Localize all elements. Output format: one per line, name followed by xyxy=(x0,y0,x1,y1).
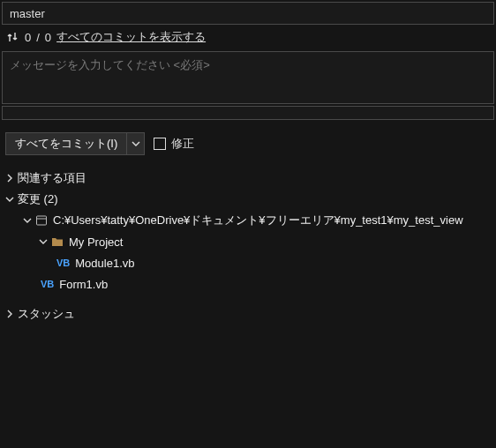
count-slash: / xyxy=(36,31,40,44)
outgoing-count: 0 xyxy=(25,31,31,44)
project-name: My Project xyxy=(69,235,123,249)
show-all-commits-link[interactable]: すべてのコミットを表示する xyxy=(56,29,206,45)
secondary-panel xyxy=(2,106,494,120)
commit-counts-bar: 0 / 0 すべてのコミットを表示する xyxy=(0,25,496,49)
sync-arrows-icon xyxy=(5,30,19,44)
chevron-down-icon xyxy=(132,139,140,148)
file-form-name: Form1.vb xyxy=(59,278,108,291)
branch-bar[interactable]: master xyxy=(2,2,494,25)
section-related[interactable]: 関連する項目 xyxy=(0,168,496,189)
branch-name: master xyxy=(10,7,45,20)
commit-all-button[interactable]: すべてをコミット(I) xyxy=(5,132,145,155)
section-related-label: 関連する項目 xyxy=(18,170,86,186)
svg-rect-0 xyxy=(37,216,47,225)
file-form[interactable]: VB Form1.vb xyxy=(0,273,496,295)
commit-toolbar: すべてをコミット(I) 修正 xyxy=(0,127,496,164)
commit-message-placeholder: メッセージを入力してください <必須> xyxy=(10,58,210,71)
chevron-down-icon xyxy=(4,193,16,205)
section-stash-label: スタッシュ xyxy=(18,306,75,322)
amend-checkbox[interactable]: 修正 xyxy=(154,136,194,152)
repo-path: C:¥Users¥tatty¥OneDrive¥ドキュメント¥フリーエリア¥my… xyxy=(53,213,463,228)
chevron-down-icon xyxy=(21,214,34,227)
commit-all-label: すべてをコミット(I) xyxy=(6,136,126,152)
file-module-name: Module1.vb xyxy=(75,257,134,270)
section-stash[interactable]: スタッシュ xyxy=(0,303,496,325)
repository-icon xyxy=(35,214,48,227)
vb-file-icon: VB xyxy=(56,258,70,268)
chevron-down-icon xyxy=(37,235,49,248)
chevron-right-icon xyxy=(4,172,16,184)
amend-label: 修正 xyxy=(171,136,194,152)
vb-file-icon: VB xyxy=(41,279,54,289)
repo-node[interactable]: C:¥Users¥tatty¥OneDrive¥ドキュメント¥フリーエリア¥my… xyxy=(0,210,496,231)
commit-all-caret[interactable] xyxy=(126,133,144,154)
section-changes-label: 変更 (2) xyxy=(18,191,58,207)
changes-tree: 関連する項目 変更 (2) C:¥Users¥tatty¥OneDrive¥ドキ… xyxy=(0,164,496,328)
checkbox-box-icon xyxy=(154,138,166,150)
folder-icon xyxy=(51,236,64,247)
file-module[interactable]: VB Module1.vb xyxy=(0,252,496,273)
chevron-right-icon xyxy=(4,308,16,320)
incoming-count: 0 xyxy=(45,31,51,44)
commit-message-input[interactable]: メッセージを入力してください <必須> xyxy=(2,51,494,104)
section-changes[interactable]: 変更 (2) xyxy=(0,189,496,210)
project-node[interactable]: My Project xyxy=(0,231,496,252)
